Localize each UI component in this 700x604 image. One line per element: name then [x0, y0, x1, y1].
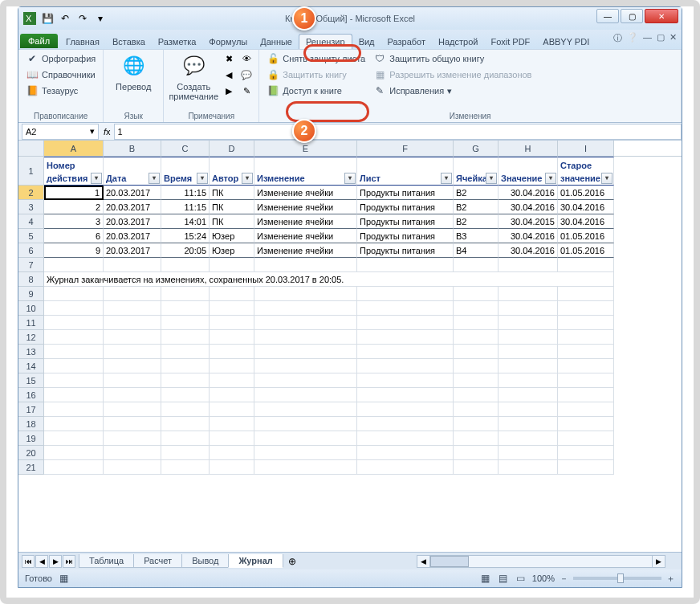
- table-cell[interactable]: [357, 258, 454, 272]
- tab-file[interactable]: Файл: [20, 34, 58, 48]
- table-cell[interactable]: [104, 373, 161, 388]
- table-cell[interactable]: [499, 460, 558, 475]
- table-header-cell[interactable]: Изменение▾: [254, 157, 357, 186]
- table-cell[interactable]: [454, 287, 499, 301]
- table-cell[interactable]: [454, 460, 499, 475]
- table-cell[interactable]: [254, 431, 357, 446]
- table-cell[interactable]: [210, 402, 254, 417]
- row-header[interactable]: 20: [18, 446, 44, 460]
- table-cell[interactable]: 20.03.2017: [104, 200, 161, 214]
- table-cell[interactable]: [254, 359, 357, 373]
- table-cell[interactable]: [44, 431, 104, 446]
- table-cell[interactable]: [499, 301, 558, 316]
- table-cell[interactable]: [104, 301, 161, 316]
- table-cell[interactable]: [210, 301, 254, 316]
- table-cell[interactable]: [454, 388, 499, 402]
- tab-nav-last-icon[interactable]: ⏭: [63, 555, 75, 568]
- row-header[interactable]: 18: [18, 417, 44, 431]
- save-icon[interactable]: 💾: [41, 12, 54, 25]
- table-cell[interactable]: [254, 301, 357, 316]
- row-header[interactable]: 19: [18, 431, 44, 446]
- table-cell[interactable]: [357, 345, 454, 359]
- table-header-cell[interactable]: Дата▾: [104, 157, 161, 186]
- table-cell[interactable]: [44, 330, 104, 345]
- row-header[interactable]: 5: [18, 229, 44, 243]
- table-cell[interactable]: [558, 301, 614, 316]
- table-cell[interactable]: [499, 258, 558, 272]
- table-cell[interactable]: Продукты питания: [357, 214, 454, 229]
- table-cell[interactable]: [210, 345, 254, 359]
- table-cell[interactable]: [558, 402, 614, 417]
- table-cell[interactable]: ПК: [210, 186, 254, 200]
- table-cell[interactable]: [357, 417, 454, 431]
- table-cell[interactable]: [454, 402, 499, 417]
- table-cell[interactable]: [44, 345, 104, 359]
- table-cell[interactable]: 20.03.2017: [104, 243, 161, 258]
- table-cell[interactable]: [357, 460, 454, 475]
- table-cell[interactable]: [558, 316, 614, 330]
- qat-dropdown-icon[interactable]: ▾: [94, 12, 107, 25]
- col-header-H[interactable]: H: [499, 141, 558, 156]
- table-cell[interactable]: [558, 330, 614, 345]
- table-cell[interactable]: B2: [454, 214, 499, 229]
- allow-ranges-button[interactable]: ▦Разрешить изменение диапазонов: [371, 67, 534, 82]
- new-comment-button[interactable]: 💬Создать примечание: [169, 51, 218, 102]
- row-header[interactable]: 2: [18, 186, 44, 200]
- col-header-I[interactable]: I: [558, 141, 614, 156]
- table-cell[interactable]: [454, 446, 499, 460]
- table-cell[interactable]: [104, 431, 161, 446]
- delete-comment-icon[interactable]: ✖: [222, 51, 236, 66]
- tab-abbyy[interactable]: ABBYY PDI: [536, 35, 596, 49]
- tab-home[interactable]: Главная: [59, 35, 106, 49]
- reference-button[interactable]: 📖Справочники: [23, 67, 98, 82]
- table-cell[interactable]: [254, 258, 357, 272]
- table-cell[interactable]: 30.04.2016: [558, 200, 614, 214]
- table-cell[interactable]: ПК: [210, 214, 254, 229]
- table-header-cell[interactable]: Лист▾: [357, 157, 454, 186]
- view-layout-icon[interactable]: ▤: [497, 572, 510, 585]
- table-cell[interactable]: [161, 388, 210, 402]
- tab-nav-prev-icon[interactable]: ◀: [35, 555, 48, 568]
- row-header[interactable]: 9: [18, 287, 44, 301]
- table-cell[interactable]: [454, 316, 499, 330]
- tab-addins[interactable]: Надстрой: [432, 35, 484, 49]
- table-cell[interactable]: 01.05.2016: [558, 186, 614, 200]
- table-cell[interactable]: 30.04.2016: [499, 200, 558, 214]
- table-cell[interactable]: [210, 460, 254, 475]
- col-header-F[interactable]: F: [357, 141, 454, 156]
- tab-nav-first-icon[interactable]: ⏮: [22, 555, 35, 568]
- row-header[interactable]: 14: [18, 359, 44, 373]
- table-cell[interactable]: [104, 258, 161, 272]
- table-cell[interactable]: [499, 373, 558, 388]
- table-cell[interactable]: [44, 316, 104, 330]
- table-cell[interactable]: [210, 446, 254, 460]
- spelling-button[interactable]: ✔Орфография: [23, 51, 98, 66]
- table-cell[interactable]: [44, 359, 104, 373]
- table-cell[interactable]: [44, 287, 104, 301]
- table-cell[interactable]: [499, 446, 558, 460]
- table-cell[interactable]: [104, 388, 161, 402]
- table-cell[interactable]: [454, 359, 499, 373]
- thesaurus-button[interactable]: 📙Тезаурус: [23, 84, 98, 98]
- tab-formulas[interactable]: Формулы: [202, 35, 254, 49]
- minimize-button[interactable]: ―: [596, 9, 619, 23]
- zoom-out-icon[interactable]: －: [560, 573, 568, 585]
- row-header[interactable]: 13: [18, 345, 44, 359]
- table-cell[interactable]: [161, 402, 210, 417]
- table-cell[interactable]: Изменение ячейки: [254, 214, 357, 229]
- table-cell[interactable]: 01.05.2016: [558, 229, 614, 243]
- table-cell[interactable]: [357, 431, 454, 446]
- table-cell[interactable]: [357, 301, 454, 316]
- table-header-cell[interactable]: Ячейка▾: [454, 157, 499, 186]
- table-cell[interactable]: B4: [454, 243, 499, 258]
- table-cell[interactable]: [357, 402, 454, 417]
- table-cell[interactable]: 20.03.2017: [104, 229, 161, 243]
- horizontal-scrollbar[interactable]: ◀▶: [417, 555, 665, 568]
- table-cell[interactable]: [210, 388, 254, 402]
- protect-book-button[interactable]: 🔒Защитить книгу: [264, 67, 368, 82]
- table-cell[interactable]: [210, 417, 254, 431]
- table-cell[interactable]: [254, 345, 357, 359]
- table-cell[interactable]: [44, 446, 104, 460]
- table-cell[interactable]: [44, 301, 104, 316]
- table-cell[interactable]: [499, 417, 558, 431]
